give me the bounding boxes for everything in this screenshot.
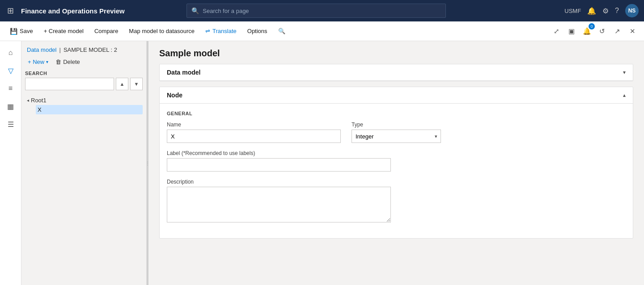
tree-child-container: X (25, 105, 143, 114)
tree-collapse-icon: ◂ (27, 98, 29, 103)
notification-icon[interactable]: 🔔 (587, 7, 596, 15)
user-avatar[interactable]: NS (625, 4, 639, 17)
tree-child-label: X (38, 106, 42, 113)
toolbar-search-button[interactable]: 🔍 (274, 26, 290, 36)
form-row-label: Label (*Recommended to use labels) (167, 150, 626, 172)
sidebar-item-home[interactable]: ⌂ (3, 45, 19, 61)
close-icon[interactable]: ✕ (626, 25, 639, 38)
label-field-label: Label (*Recommended to use labels) (167, 150, 391, 156)
search-down-button[interactable]: ▼ (130, 78, 143, 90)
breadcrumb: Data model | SAMPLE MODEL : 2 (21, 45, 146, 57)
form-col-spacer (452, 122, 626, 143)
tree-search-input[interactable] (25, 78, 114, 90)
settings-icon[interactable]: ⚙ (602, 7, 609, 15)
form-col-name: Name (167, 122, 341, 143)
save-icon: 💾 (10, 28, 17, 35)
tree-child-node-x[interactable]: X (36, 105, 143, 114)
tree-view: ◂ Root1 X (21, 94, 146, 281)
node-chevron-icon: ▴ (623, 92, 626, 98)
new-label: + New (28, 59, 44, 65)
help-icon[interactable]: ? (615, 7, 619, 15)
type-select-wrap: Integer String Boolean Int64 Real Date D… (352, 130, 441, 143)
toolbar-search-icon: 🔍 (278, 28, 285, 34)
search-up-button[interactable]: ▲ (116, 78, 128, 90)
node-section-header[interactable]: Node ▴ (160, 87, 633, 104)
form-row-description: Description (167, 179, 626, 224)
search-section-label: SEARCH (25, 71, 143, 76)
sidebar-toggle-icon[interactable]: ▣ (565, 25, 578, 38)
form-col-label-field: Label (*Recommended to use labels) (167, 150, 391, 172)
delete-label: Delete (63, 59, 80, 65)
search-input[interactable] (203, 8, 441, 14)
form-col-description: Description (167, 179, 391, 224)
data-model-section-header[interactable]: Data model ▾ (160, 64, 633, 81)
data-model-chevron-icon: ▾ (623, 69, 626, 75)
left-panel: Data model | SAMPLE MODEL : 2 + New ▾ 🗑 … (21, 41, 147, 285)
main-layout: ⌂ ▽ ≡ ▦ ☰ Data model | SAMPLE MODEL : 2 … (0, 41, 644, 285)
node-section-title: Node (167, 92, 182, 99)
options-button[interactable]: Options (243, 26, 272, 36)
node-section-body: GENERAL Name Type Integer String (160, 104, 633, 238)
refresh-icon[interactable]: ↺ (596, 25, 608, 38)
data-model-section-title: Data model (167, 69, 200, 76)
save-button[interactable]: 💾 Save (5, 26, 38, 37)
general-label: GENERAL (167, 111, 626, 116)
search-controls: ▲ ▼ (25, 78, 143, 90)
form-row-name-type: Name Type Integer String Boolean Int64 (167, 122, 626, 143)
form-col-type: Type Integer String Boolean Int64 Real D… (352, 122, 441, 143)
breadcrumb-link[interactable]: Data model (27, 46, 56, 53)
open-new-icon[interactable]: ↗ (611, 25, 623, 38)
description-textarea[interactable] (167, 187, 391, 222)
search-icon: 🔍 (191, 7, 199, 14)
tree-root-node[interactable]: ◂ Root1 (25, 96, 143, 105)
top-nav-right: USMF 🔔 ⚙ ? NS (564, 4, 639, 17)
breadcrumb-current: SAMPLE MODEL : 2 (64, 46, 117, 53)
translate-icon: ⇌ (205, 28, 210, 34)
name-input[interactable] (167, 130, 341, 143)
notification-badge: 0 (589, 23, 595, 29)
translate-button[interactable]: ⇌ Translate (201, 26, 241, 36)
delete-icon: 🗑 (55, 59, 61, 65)
toolbar-right-actions: ⤢ ▣ 🔔 0 ↺ ↗ ✕ (550, 25, 639, 38)
label-input[interactable] (167, 158, 391, 172)
user-company: USMF (564, 8, 581, 14)
chevron-down-icon: ▾ (46, 59, 48, 64)
data-model-section: Data model ▾ (159, 64, 633, 81)
sidebar-item-list[interactable]: ≡ (3, 80, 19, 96)
type-field-label: Type (352, 122, 441, 128)
type-select[interactable]: Integer String Boolean Int64 Real Date D… (352, 130, 441, 143)
expand-icon[interactable]: ⤢ (550, 25, 563, 38)
sidebar-item-grid[interactable]: ▦ (3, 98, 19, 114)
name-field-label: Name (167, 122, 341, 128)
page-title: Sample model (148, 41, 644, 64)
app-title: Finance and Operations Preview (21, 7, 125, 15)
form-col-description-spacer (402, 179, 626, 224)
main-content: Sample model Data model ▾ Node ▴ GENERAL… (148, 41, 644, 285)
new-button[interactable]: + New ▾ (25, 57, 51, 67)
tree-root-label: Root1 (31, 97, 47, 104)
map-model-button[interactable]: Map model to datasource (124, 26, 199, 36)
node-section: Node ▴ GENERAL Name Type (159, 87, 633, 239)
panel-actions: + New ▾ 🗑 Delete (21, 57, 146, 71)
badge-icon-wrap[interactable]: 🔔 0 (580, 25, 593, 38)
description-field-label: Description (167, 179, 391, 185)
compare-button[interactable]: Compare (90, 26, 123, 36)
form-col-label-spacer (402, 150, 626, 172)
sidebar-icons: ⌂ ▽ ≡ ▦ ☰ (0, 41, 21, 285)
breadcrumb-separator: | (59, 46, 60, 53)
sidebar-item-details[interactable]: ☰ (3, 116, 19, 132)
global-search-bar[interactable]: 🔍 (186, 4, 446, 18)
delete-button[interactable]: 🗑 Delete (53, 57, 83, 67)
toolbar: 💾 Save + Create model Compare Map model … (0, 21, 644, 41)
grid-menu-icon[interactable]: ⊞ (5, 4, 16, 17)
top-navigation: ⊞ Finance and Operations Preview 🔍 USMF … (0, 0, 644, 21)
sidebar-item-filter[interactable]: ▽ (3, 63, 19, 79)
create-model-button[interactable]: + Create model (39, 26, 88, 36)
tree-search-section: SEARCH ▲ ▼ (21, 71, 146, 94)
